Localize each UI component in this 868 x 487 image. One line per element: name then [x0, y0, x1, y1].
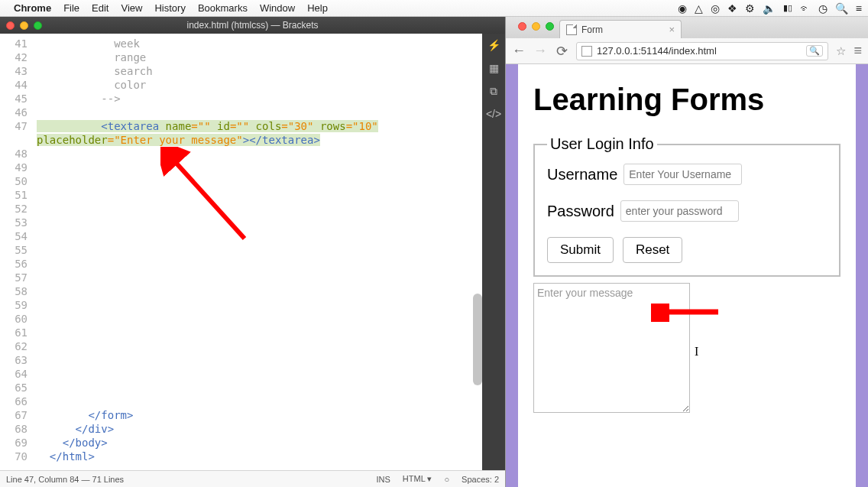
menu-window[interactable]: Window — [260, 2, 295, 14]
code-text[interactable]: </form> — [37, 409, 133, 421]
code-line[interactable]: 49 — [0, 161, 482, 174]
editor-scrollbar[interactable] — [473, 294, 482, 385]
code-line[interactable]: 56 — [0, 257, 482, 271]
status-lint[interactable]: ○ — [444, 475, 449, 484]
tray-volume-icon[interactable]: 🔈 — [763, 2, 776, 15]
code-text[interactable]: </body> — [37, 437, 108, 449]
extensions-icon[interactable]: ▦ — [487, 61, 500, 75]
brackets-statusbar: Line 47, Column 84 — 71 Lines INS HTML ▾… — [0, 470, 505, 487]
code-line[interactable]: 43 search — [0, 64, 482, 78]
tray-clock-icon[interactable]: ◷ — [818, 2, 828, 15]
status-ins[interactable]: INS — [376, 475, 390, 484]
zoom-icon[interactable] — [34, 21, 42, 30]
live-preview-icon[interactable]: ⚡ — [487, 38, 500, 52]
code-line[interactable]: 45 --> — [0, 92, 482, 106]
menu-app[interactable]: Chrome — [14, 2, 51, 14]
minimize-icon[interactable] — [20, 21, 28, 30]
code-line[interactable]: 55 — [0, 243, 482, 257]
page-viewport[interactable]: Learning Forms User Login Info Username … — [506, 64, 868, 487]
brackets-titlebar[interactable]: index.html (htmlcss) — Brackets — [0, 17, 505, 34]
status-cursor[interactable]: Line 47, Column 84 — 71 Lines — [6, 475, 124, 484]
close-icon[interactable] — [518, 22, 526, 31]
brackets-traffic-lights[interactable] — [6, 21, 42, 30]
message-textarea[interactable] — [533, 283, 690, 413]
tray-spotlight-icon[interactable]: 🔍 — [835, 2, 848, 15]
code-line[interactable]: 42 range — [0, 50, 482, 64]
code-line[interactable]: 53 — [0, 216, 482, 229]
menu-bookmarks[interactable]: Bookmarks — [198, 2, 248, 14]
code-editor[interactable]: 41 week42 range43 search44 color45 -->46… — [0, 34, 482, 470]
chrome-tab[interactable]: Form × — [559, 20, 682, 38]
code-line[interactable]: 57 — [0, 271, 482, 284]
code-text[interactable]: search — [37, 65, 153, 77]
code-text[interactable]: range — [37, 51, 146, 63]
code-text[interactable]: </html> — [37, 450, 95, 463]
code-line[interactable]: 61 — [0, 326, 482, 339]
username-input[interactable] — [623, 164, 742, 185]
code-line[interactable]: 64 — [0, 367, 482, 381]
code-line[interactable]: 47 <textarea name="" id="" cols="30" row… — [0, 119, 482, 133]
code-text[interactable]: week — [37, 37, 140, 50]
back-icon[interactable]: ← — [512, 44, 526, 58]
split-icon[interactable]: ⧉ — [487, 84, 500, 98]
tray-notifications-icon[interactable]: ≡ — [856, 2, 862, 15]
line-number: 68 — [0, 422, 37, 436]
code-line[interactable]: 58 — [0, 284, 482, 298]
code-line[interactable]: 67 </form> — [0, 408, 482, 422]
code-line[interactable]: 50 — [0, 174, 482, 188]
zoom-indicator-icon[interactable]: 🔍 — [806, 45, 823, 57]
chrome-menu-icon[interactable]: ≡ — [853, 43, 862, 59]
code-line[interactable]: 41 week — [0, 37, 482, 50]
code-icon[interactable]: </> — [487, 107, 500, 121]
close-icon[interactable] — [6, 21, 15, 30]
code-line[interactable]: 68 </div> — [0, 422, 482, 436]
zoom-icon[interactable] — [546, 22, 554, 31]
code-text[interactable]: color — [37, 79, 146, 91]
menu-file[interactable]: File — [63, 2, 79, 14]
code-text[interactable]: --> — [37, 93, 121, 105]
menu-edit[interactable]: Edit — [92, 2, 108, 14]
code-text[interactable]: placeholder="Enter your message"></texta… — [37, 134, 320, 146]
status-lang[interactable]: HTML ▾ — [403, 474, 432, 484]
status-spaces[interactable]: Spaces: 2 — [462, 475, 499, 484]
submit-button[interactable]: Submit — [547, 237, 614, 263]
code-text[interactable]: <textarea name="" id="" cols="30" rows="… — [37, 120, 378, 132]
tray-drive-icon[interactable]: △ — [695, 2, 703, 15]
line-number: 56 — [0, 257, 37, 271]
code-line[interactable]: 62 — [0, 339, 482, 353]
tray-record-icon[interactable]: ◉ — [678, 2, 687, 15]
tray-dropbox-icon[interactable]: ❖ — [727, 2, 737, 15]
code-line[interactable]: 52 — [0, 202, 482, 216]
code-line[interactable]: 63 — [0, 353, 482, 367]
code-line[interactable]: 70 </html> — [0, 450, 482, 463]
menu-history[interactable]: History — [154, 2, 185, 14]
code-line[interactable]: 48 — [0, 147, 482, 161]
tray-wifi-icon[interactable]: ᯤ — [800, 2, 811, 15]
menu-help[interactable]: Help — [307, 2, 328, 14]
code-line[interactable]: 69 </body> — [0, 436, 482, 450]
tray-cloud-icon[interactable]: ◎ — [711, 2, 720, 15]
code-line[interactable]: 44 color — [0, 78, 482, 92]
chrome-tabstrip[interactable]: Form × — [506, 17, 868, 38]
code-line[interactable]: 59 — [0, 298, 482, 312]
tray-battery-icon[interactable]: ▮▯ — [783, 3, 792, 13]
minimize-icon[interactable] — [532, 22, 540, 31]
forward-icon[interactable]: → — [533, 44, 547, 58]
code-line[interactable]: 54 — [0, 229, 482, 243]
reset-button[interactable]: Reset — [623, 237, 682, 263]
menu-view[interactable]: View — [121, 2, 142, 14]
code-line[interactable]: 46 — [0, 106, 482, 119]
code-text[interactable]: </div> — [37, 423, 114, 435]
tab-close-icon[interactable]: × — [669, 24, 675, 35]
code-line[interactable]: 66 — [0, 394, 482, 408]
code-line[interactable]: 65 — [0, 381, 482, 394]
address-bar[interactable]: 127.0.0.1:51144/index.html 🔍 — [576, 42, 828, 60]
password-input[interactable] — [620, 200, 739, 222]
reload-icon[interactable]: ⟳ — [555, 44, 568, 58]
code-line[interactable]: placeholder="Enter your message"></texta… — [0, 133, 482, 147]
tray-sliders-icon[interactable]: ⚙ — [745, 2, 755, 15]
code-line[interactable]: 51 — [0, 188, 482, 202]
bookmark-star-icon[interactable]: ☆ — [836, 44, 846, 58]
code-line[interactable]: 60 — [0, 312, 482, 326]
chrome-traffic-lights[interactable] — [518, 22, 554, 31]
